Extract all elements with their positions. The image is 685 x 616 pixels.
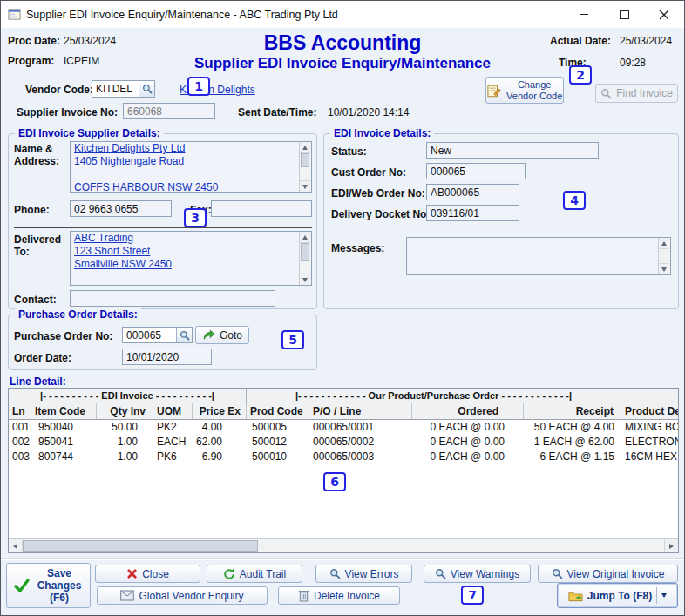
close-button[interactable]: Close: [95, 565, 200, 583]
col-header-item-code[interactable]: Item Code: [31, 403, 97, 419]
scroll-thumb[interactable]: [301, 153, 309, 167]
address-scrollbar[interactable]: [299, 142, 311, 192]
maximize-button[interactable]: [604, 1, 644, 28]
annotation-3: 3: [184, 208, 207, 227]
grid-horizontal-scrollbar[interactable]: [9, 538, 678, 552]
col-header-price-ex[interactable]: Price Ex: [193, 403, 247, 419]
delivered-to-label: Delivered To:: [14, 234, 64, 258]
cell-prod-code: 500010: [247, 450, 309, 464]
minimize-button[interactable]: [564, 1, 604, 28]
view-warnings-button[interactable]: View Warnings: [424, 565, 531, 583]
vendor-lookup-button[interactable]: [139, 81, 154, 97]
cell-price-ex: 6.90: [193, 450, 247, 464]
order-date-field[interactable]: 10/01/2020: [122, 349, 212, 365]
status-field[interactable]: New: [426, 142, 599, 159]
view-warnings-label: View Warnings: [451, 568, 519, 580]
supplier-details-group-title: EDI Invoice Supplier Details:: [15, 127, 164, 139]
delivered-scrollbar[interactable]: [299, 232, 311, 285]
messages-scrollbar[interactable]: [658, 238, 670, 274]
green-check-icon: [13, 577, 31, 594]
fax-field[interactable]: [211, 200, 312, 217]
scroll-down-icon[interactable]: [300, 274, 310, 285]
scroll-up-icon[interactable]: [300, 232, 310, 243]
cell-qty-inv: 50.00: [97, 420, 153, 435]
goto-label: Goto: [220, 329, 242, 342]
cell-product-desc: 16CM HEX: [621, 450, 679, 464]
cust-order-field[interactable]: 000065: [426, 163, 526, 179]
magnifier-icon: [435, 568, 446, 579]
save-changes-label: Save Changes (F6): [35, 567, 84, 604]
close-window-button[interactable]: [644, 1, 684, 28]
vendor-code-value: KITDEL: [92, 83, 139, 95]
col-header-qty-inv[interactable]: Qty Inv: [97, 403, 153, 419]
delivered-link[interactable]: 123 Short Street: [74, 245, 150, 257]
status-value: New: [427, 145, 598, 157]
cell-uom: PK6: [153, 450, 193, 464]
grid-row-3[interactable]: 003 800744 1.00 PK6 6.90 500010 000065/0…: [9, 450, 678, 464]
delivered-link[interactable]: ABC Trading: [74, 232, 133, 244]
annotation-5: 5: [281, 330, 304, 349]
scroll-down-icon[interactable]: [300, 180, 310, 192]
col-header-product-desc[interactable]: Product De: [621, 403, 679, 419]
view-original-invoice-button[interactable]: View Original Invoice: [538, 565, 678, 583]
purchase-order-no-field[interactable]: 000065: [122, 327, 193, 343]
cell-ln: 002: [9, 435, 31, 450]
delivery-docket-field[interactable]: 039116/01: [426, 205, 519, 221]
audit-trail-button[interactable]: Audit Trail: [207, 565, 302, 583]
name-address-box[interactable]: Kitchen Delights Pty Ltd 1405 Nightengal…: [70, 141, 312, 193]
col-header-ln[interactable]: Ln: [9, 403, 31, 419]
global-vendor-enquiry-label: Global Vendor Enquiry: [139, 590, 243, 602]
cust-order-value: 000065: [427, 166, 525, 178]
delete-invoice-button[interactable]: Delete Invoice: [278, 586, 400, 605]
delete-invoice-label: Delete Invoice: [314, 590, 380, 602]
messages-box[interactable]: [406, 237, 671, 275]
col-header-ordered[interactable]: Ordered: [412, 403, 524, 419]
grid-row-2[interactable]: 002 950041 1.00 EACH 62.00 500012 000065…: [9, 435, 678, 450]
band-spacer: [621, 389, 678, 403]
close-label: Close: [142, 568, 169, 580]
address-link[interactable]: 1405 Nightengale Road: [74, 155, 184, 167]
title-bar: Supplier EDI Invoice Enquiry/Maintenance…: [1, 1, 684, 28]
scroll-right-icon[interactable]: [664, 539, 678, 552]
po-lookup-button[interactable]: [176, 328, 192, 342]
col-header-uom[interactable]: UOM: [153, 403, 193, 419]
save-changes-button[interactable]: Save Changes (F6): [6, 563, 91, 608]
edi-web-order-field[interactable]: AB000065: [426, 184, 519, 200]
delivered-to-box[interactable]: ABC Trading 123 Short Street Smallville …: [70, 231, 312, 286]
phone-field[interactable]: 02 9663 0655: [70, 200, 172, 217]
scroll-up-icon[interactable]: [659, 238, 669, 249]
dropdown-arrow-icon[interactable]: [661, 593, 667, 598]
supplier-details-group: EDI Invoice Supplier Details: Name & Add…: [8, 133, 317, 309]
address-link[interactable]: COFFS HARBOUR NSW 2450: [74, 181, 218, 193]
goto-button[interactable]: Goto: [195, 326, 249, 344]
scroll-left-icon[interactable]: [9, 539, 23, 552]
supplier-invoice-field[interactable]: 660068: [123, 103, 215, 119]
annotation-4: 4: [563, 191, 586, 210]
magnifier-icon: [600, 88, 612, 99]
scroll-thumb[interactable]: [23, 540, 258, 552]
delivered-link[interactable]: Smallville NSW 2450: [74, 258, 172, 270]
cell-price-ex: 62.00: [193, 435, 247, 450]
change-vendor-code-button[interactable]: Change Vendor Code: [485, 77, 564, 104]
vendor-code-field[interactable]: KITDEL: [92, 80, 155, 98]
scroll-up-icon[interactable]: [300, 142, 310, 153]
order-date-value: 10/01/2020: [123, 351, 211, 363]
grid-row-1[interactable]: 001 950040 50.00 PK2 4.00 500005 000065/…: [9, 420, 678, 435]
contact-field[interactable]: [70, 290, 275, 307]
cell-qty-inv: 1.00: [97, 435, 153, 450]
scroll-thumb[interactable]: [301, 243, 309, 261]
col-header-po-line[interactable]: P/O / Line: [309, 403, 412, 419]
find-invoice-label: Find Invoice: [616, 87, 673, 99]
col-header-receipt[interactable]: Receipt: [524, 403, 621, 419]
view-errors-button[interactable]: View Errors: [315, 565, 412, 583]
find-invoice-button[interactable]: Find Invoice: [595, 84, 678, 103]
vendor-code-label: Vendor Code:: [25, 84, 93, 96]
jump-to-button[interactable]: Jump To (F8): [557, 583, 678, 608]
address-link[interactable]: Kitchen Delights Pty Ltd: [74, 142, 185, 154]
phone-value: 02 9663 0655: [71, 203, 171, 215]
scroll-down-icon[interactable]: [659, 263, 669, 274]
messages-label: Messages:: [331, 242, 384, 254]
col-header-prod-code[interactable]: Prod Code: [247, 403, 309, 419]
cell-receipt: 6 EACH @ 1.15: [524, 450, 621, 464]
global-vendor-enquiry-button[interactable]: Global Vendor Enquiry: [97, 586, 268, 605]
